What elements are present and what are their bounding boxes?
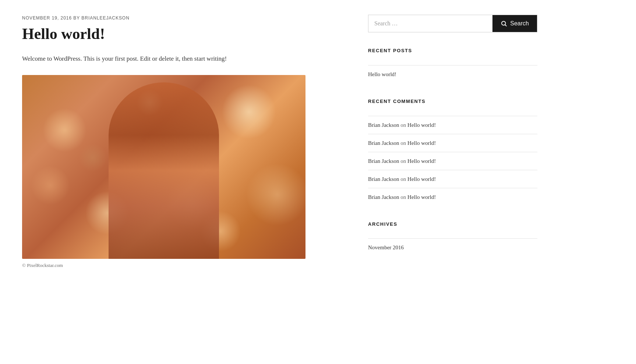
comment-post-link[interactable]: Hello world! [407,122,436,128]
recent-posts-title: Recent Posts [368,47,537,59]
comment-on: on [400,194,407,200]
main-content: November 19, 2016 by BrianLeeJackson Hel… [22,15,339,274]
search-button[interactable]: Search [492,15,537,32]
recent-post-link[interactable]: Hello world! [368,71,396,77]
comment-item: Brian Jackson on Hello world! [368,170,537,188]
comment-author: Brian Jackson [368,122,399,128]
post-title: Hello world! [22,25,339,43]
recent-comments-widget: Recent Comments Brian Jackson on Hello w… [368,98,537,206]
archives-list: November 2016 [368,238,537,256]
comment-item: Brian Jackson on Hello world! [368,188,537,206]
comment-post-link[interactable]: Hello world! [407,158,436,164]
recent-posts-list: Hello world! [368,65,537,83]
comment-on: on [400,122,407,128]
archive-item: November 2016 [368,238,537,256]
comment-author: Brian Jackson [368,176,399,182]
comment-post-link[interactable]: Hello world! [407,194,436,200]
svg-line-1 [505,25,506,26]
archive-link[interactable]: November 2016 [368,245,404,250]
comment-item: Brian Jackson on Hello world! [368,116,537,134]
post-body: Welcome to WordPress. This is your first… [22,54,339,64]
comment-item: Brian Jackson on Hello world! [368,152,537,170]
comment-on: on [400,158,407,164]
archives-widget: Archives November 2016 [368,221,537,257]
search-button-label: Search [510,20,529,27]
comment-on: on [400,140,407,146]
image-caption: © PixelRockstar.com [22,262,339,270]
recent-comments-title: Recent Comments [368,98,537,110]
recent-posts-widget: Recent Posts Hello world! [368,47,537,83]
archives-title: Archives [368,221,537,233]
comment-author: Brian Jackson [368,158,399,164]
post-image-container: © PixelRockstar.com [22,75,339,270]
sidebar: Search Recent Posts Hello world! Recent … [368,15,537,274]
post-meta: November 19, 2016 by BrianLeeJackson [22,15,339,22]
search-input[interactable] [368,15,492,32]
recent-post-item: Hello world! [368,65,537,83]
post-image [22,75,305,259]
comment-item: Brian Jackson on Hello world! [368,134,537,152]
comment-author: Brian Jackson [368,194,399,200]
search-widget: Search [368,15,537,32]
page-wrapper: November 19, 2016 by BrianLeeJackson Hel… [0,0,636,289]
comment-author: Brian Jackson [368,140,399,146]
search-icon [501,20,507,27]
comment-post-link[interactable]: Hello world! [407,176,436,182]
comment-post-link[interactable]: Hello world! [407,140,436,146]
comment-on: on [400,176,407,182]
